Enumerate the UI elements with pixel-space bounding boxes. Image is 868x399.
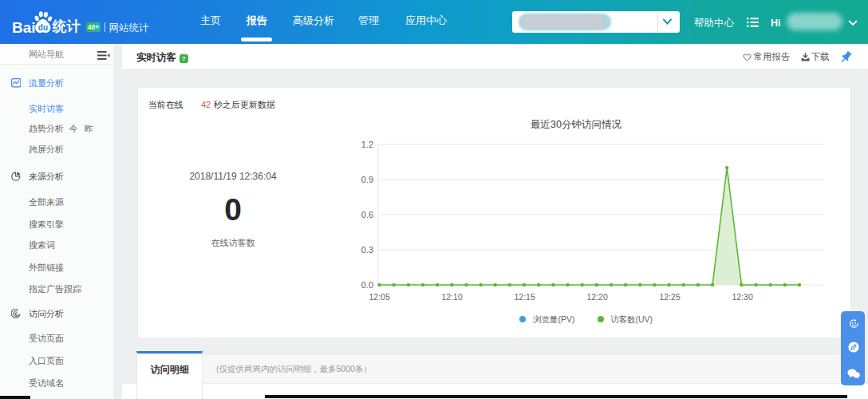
svg-text:du: du bbox=[38, 23, 48, 32]
